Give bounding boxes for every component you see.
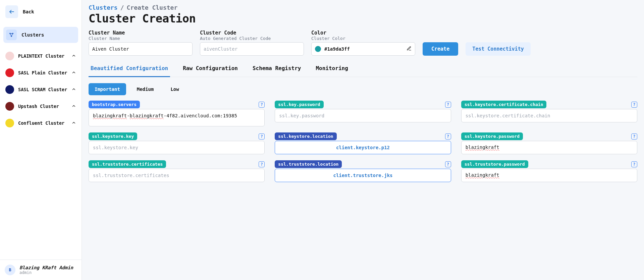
config-input[interactable]: [89, 169, 265, 182]
sidebar: Back Clusters PLAINTEXT ClusterSASL Plai…: [0, 0, 82, 280]
config-label-badge: ssl.truststore.password: [461, 160, 528, 168]
pencil-icon[interactable]: [407, 46, 412, 52]
tabs: Beautified ConfigurationRaw Configuratio…: [89, 60, 637, 77]
sidebar-cluster-label: PLAINTEXT Cluster: [18, 53, 67, 59]
back-arrow-icon: [5, 5, 18, 18]
priority-pill[interactable]: Low: [164, 83, 185, 95]
help-icon[interactable]: ?: [631, 133, 637, 139]
tab[interactable]: Monitoring: [314, 60, 350, 77]
config-label-badge: ssl.key.password: [275, 101, 323, 108]
cluster-code-input: [200, 42, 304, 56]
priority-pill[interactable]: Important: [89, 83, 126, 95]
clusters-icon: [6, 30, 17, 40]
chevron-up-icon: [71, 120, 76, 126]
config-input[interactable]: [275, 169, 451, 182]
config-label-badge: ssl.keystore.password: [461, 132, 523, 140]
sidebar-cluster-item[interactable]: SASL SCRAM Cluster: [3, 81, 78, 98]
config-label-badge: ssl.truststore.certificates: [89, 160, 166, 168]
create-button[interactable]: Create: [423, 42, 458, 56]
sidebar-cluster-label: Confluent Cluster: [18, 120, 67, 126]
chevron-up-icon: [71, 53, 76, 59]
config-field: ssl.truststore.location?: [275, 160, 451, 182]
config-field: ssl.truststore.certificates?: [89, 160, 265, 182]
breadcrumb-current: Create Cluster: [127, 4, 178, 11]
color-hex: #1a9da3ff: [324, 46, 403, 52]
help-icon[interactable]: ?: [259, 133, 265, 139]
config-field: ssl.keystore.location?: [275, 132, 451, 154]
priority-pill[interactable]: Medium: [131, 83, 160, 95]
sidebar-cluster-label: SASL Plain Cluster: [18, 70, 67, 75]
help-icon[interactable]: ?: [631, 102, 637, 108]
config-label-badge: ssl.keystore.location: [275, 132, 336, 140]
help-icon[interactable]: ?: [445, 102, 451, 108]
tab[interactable]: Schema Registry: [251, 60, 303, 77]
cluster-color-input[interactable]: #1a9da3ff: [311, 42, 415, 56]
cluster-color-label: Color: [311, 30, 415, 36]
svg-point-3: [11, 36, 12, 37]
config-input[interactable]: [461, 109, 637, 122]
help-icon[interactable]: ?: [259, 161, 265, 167]
page-title: Cluster Creation: [89, 12, 637, 25]
user-role: admin: [19, 270, 73, 275]
help-icon[interactable]: ?: [445, 133, 451, 139]
test-connectivity-button[interactable]: Test Connectivity: [466, 42, 531, 56]
config-input[interactable]: blazingkraft-blazingkraft-4f82.aivenclou…: [89, 109, 265, 126]
sidebar-cluster-label: SASL SCRAM Cluster: [18, 87, 67, 92]
cluster-color-dot: [5, 85, 14, 94]
help-icon[interactable]: ?: [631, 161, 637, 167]
avatar: B: [5, 265, 15, 275]
breadcrumb-sep: /: [120, 4, 124, 11]
config-input[interactable]: [275, 141, 451, 154]
cluster-name-hint: Cluster Name: [89, 36, 193, 41]
config-field: ssl.key.password?: [275, 101, 451, 126]
sidebar-user[interactable]: B Blazing KRaft Admin admin: [0, 260, 82, 280]
config-input[interactable]: [89, 141, 265, 154]
sidebar-active-label: Clusters: [21, 32, 44, 38]
config-label-badge: ssl.truststore.location: [275, 160, 342, 168]
cluster-color-dot: [5, 119, 14, 127]
cluster-color-hint: Cluster Color: [311, 36, 415, 41]
cluster-color-dot: [5, 102, 14, 111]
cluster-code-label: Cluster Code: [200, 30, 304, 36]
config-grid: bootstrap.servers?blazingkraft-blazingkr…: [89, 101, 637, 182]
sidebar-cluster-item[interactable]: Confluent Cluster: [3, 115, 78, 131]
chevron-up-icon: [71, 104, 76, 109]
config-field: ssl.keystore.certificate.chain?: [461, 101, 637, 126]
sidebar-cluster-label: Upstash Cluster: [18, 104, 67, 109]
help-icon[interactable]: ?: [259, 102, 265, 108]
sidebar-cluster-item[interactable]: PLAINTEXT Cluster: [3, 48, 78, 64]
cluster-color-dot: [5, 52, 14, 60]
breadcrumb: Clusters / Create Cluster: [89, 4, 637, 11]
user-name: Blazing KRaft Admin: [19, 265, 73, 270]
breadcrumb-root[interactable]: Clusters: [89, 4, 118, 11]
config-label-badge: ssl.keystore.certificate.chain: [461, 101, 547, 108]
sidebar-cluster-item[interactable]: SASL Plain Cluster: [3, 64, 78, 81]
cluster-name-input[interactable]: [89, 42, 193, 56]
sidebar-cluster-item[interactable]: Upstash Cluster: [3, 98, 78, 115]
svg-point-1: [9, 33, 11, 34]
config-field: ssl.keystore.password?blazingkraft: [461, 132, 637, 154]
color-swatch: [315, 46, 321, 52]
tab[interactable]: Beautified Configuration: [89, 60, 170, 77]
sidebar-active-item[interactable]: Clusters: [3, 27, 78, 43]
main-content: Clusters / Create Cluster Cluster Creati…: [82, 0, 644, 280]
help-icon[interactable]: ?: [445, 161, 451, 167]
sidebar-cluster-list: PLAINTEXT ClusterSASL Plain ClusterSASL …: [0, 46, 82, 260]
cluster-name-label: Cluster Name: [89, 30, 193, 36]
config-label-badge: ssl.keystore.key: [89, 132, 137, 140]
config-label-badge: bootstrap.servers: [89, 101, 140, 108]
config-field: ssl.truststore.password?blazingkraft: [461, 160, 637, 182]
svg-point-2: [12, 33, 13, 34]
config-input[interactable]: blazingkraft: [461, 141, 637, 154]
config-field: ssl.keystore.key?: [89, 132, 265, 154]
back-button[interactable]: Back: [3, 3, 78, 20]
config-input[interactable]: [275, 109, 451, 122]
chevron-up-icon: [71, 70, 76, 76]
config-field: bootstrap.servers?blazingkraft-blazingkr…: [89, 101, 265, 126]
cluster-code-hint: Auto Generated Cluster Code: [200, 36, 304, 41]
tab[interactable]: Raw Configuration: [181, 60, 240, 77]
back-label: Back: [23, 9, 34, 14]
cluster-color-dot: [5, 68, 14, 77]
priority-pills: ImportantMediumLow: [89, 83, 637, 95]
config-input[interactable]: blazingkraft: [461, 169, 637, 182]
